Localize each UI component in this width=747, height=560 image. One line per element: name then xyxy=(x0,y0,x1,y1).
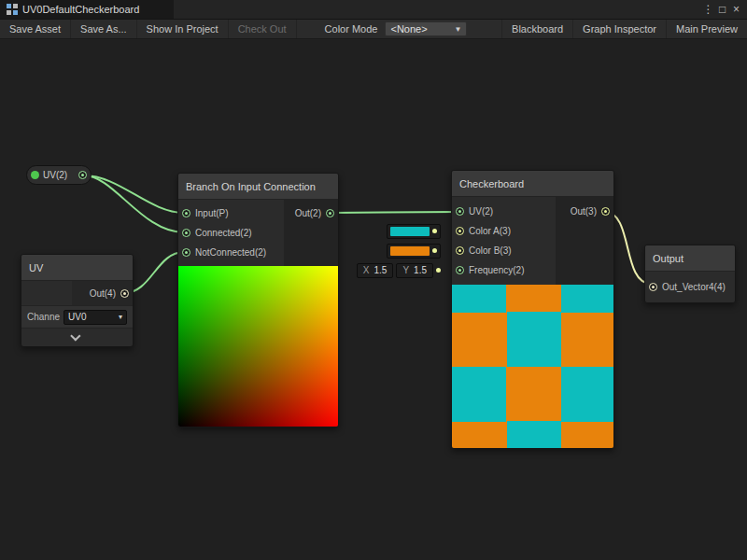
uv-input-port[interactable] xyxy=(456,207,464,216)
out-vector4-port[interactable] xyxy=(649,283,657,291)
input-p-label: Input(P) xyxy=(195,208,229,218)
tab-title: UV0DefaultCheckerboard xyxy=(22,4,139,15)
color-a-label: Color A(3) xyxy=(469,226,511,236)
notconnected-label: NotConnected(2) xyxy=(195,247,266,258)
show-in-project-button[interactable]: Show In Project xyxy=(137,20,229,38)
node-uv[interactable]: UV Out(4) Channe UV0 ▾ xyxy=(21,254,134,347)
node-output[interactable]: Output Out_Vector4(4) xyxy=(644,245,736,303)
node-checkerboard[interactable]: Checkerboard UV(2) Color A(3) xyxy=(451,170,614,449)
notconnected-port[interactable] xyxy=(182,248,190,257)
port-row-connected[interactable]: Connected(2) xyxy=(178,223,284,243)
uv-property-token[interactable]: UV(2) xyxy=(26,165,92,185)
x-axis-label: X xyxy=(363,265,370,275)
out4-port[interactable] xyxy=(120,289,129,298)
checkerboard-preview xyxy=(452,285,613,448)
color-a-swatch[interactable] xyxy=(390,227,430,236)
document-tab[interactable]: UV0DefaultCheckerboard xyxy=(0,0,174,19)
connected-label: Connected(2) xyxy=(195,228,252,238)
checkerboard-input-column: UV(2) Color A(3) xyxy=(452,197,556,285)
collapse-preview-button[interactable] xyxy=(21,328,133,346)
checkerboard-output-column: Out(3) xyxy=(556,197,613,285)
y-axis-value: 1.5 xyxy=(414,265,427,275)
chevron-down-icon: ▾ xyxy=(119,313,122,321)
node-branch-on-input-connection[interactable]: Branch On Input Connection Input(P) Conn… xyxy=(177,173,339,427)
port-row-notconnected[interactable]: NotConnected(2) xyxy=(178,243,284,262)
main-preview-button[interactable]: Main Preview xyxy=(666,20,747,38)
color-b-swatch[interactable] xyxy=(390,246,430,256)
node-title[interactable]: UV xyxy=(21,255,133,281)
channel-dropdown[interactable]: UV0 ▾ xyxy=(63,310,127,325)
port-row-input-p[interactable]: Input(P) xyxy=(178,203,284,223)
color-mode-dropdown[interactable]: <None> ▼ xyxy=(385,21,467,36)
chevron-down-icon: ▼ xyxy=(455,25,462,34)
chevron-down-icon xyxy=(70,330,80,341)
edge-branchout-to-checkerboard-uv[interactable] xyxy=(330,212,458,213)
toolbar: Save Asset Save As... Show In Project Ch… xyxy=(0,20,747,39)
connector-dot-icon xyxy=(436,268,441,273)
node-title[interactable]: Branch On Input Connection xyxy=(178,174,338,200)
color-mode-label: Color Mode xyxy=(297,23,386,35)
port-row-color-b[interactable]: Color B(3) xyxy=(452,241,556,260)
frequency-y-input[interactable]: Y 1.5 xyxy=(396,263,433,278)
save-asset-button[interactable]: Save Asset xyxy=(0,20,71,38)
connector-dot-icon xyxy=(432,229,437,233)
color-b-label: Color B(3) xyxy=(469,245,512,256)
port-row-out2[interactable]: Out(2) xyxy=(284,203,338,223)
color-a-field[interactable] xyxy=(387,224,441,239)
node-title[interactable]: Checkerboard xyxy=(452,171,613,197)
maximize-icon[interactable]: □ xyxy=(715,0,729,19)
port-row-frequency[interactable]: X 1.5 Y 1.5 Frequency(2) xyxy=(452,260,556,280)
uv-token-label: UV(2) xyxy=(43,170,75,180)
output-input-column: Out_Vector4(4) xyxy=(645,272,735,302)
input-p-port[interactable] xyxy=(182,209,190,217)
window-controls: ⋮ □ × xyxy=(701,0,747,19)
edge-uvtoken-to-connected[interactable] xyxy=(84,175,184,232)
connected-port[interactable] xyxy=(182,229,190,237)
save-as-button[interactable]: Save As... xyxy=(71,20,137,38)
titlebar: UV0DefaultCheckerboard ⋮ □ × xyxy=(0,0,747,20)
node-title[interactable]: Output xyxy=(645,245,735,272)
graph-inspector-button[interactable]: Graph Inspector xyxy=(572,20,666,38)
port-row-out4[interactable]: Out(4) xyxy=(21,281,133,305)
frequency-port[interactable] xyxy=(456,266,464,274)
port-row-color-a[interactable]: Color A(3) xyxy=(452,221,556,241)
out4-label: Out(4) xyxy=(90,288,116,299)
x-axis-value: 1.5 xyxy=(374,265,388,275)
out3-port[interactable] xyxy=(601,207,610,216)
port-row-out3[interactable]: Out(3) xyxy=(556,202,613,221)
toolbar-right-group: Blackboard Graph Inspector Main Preview xyxy=(501,20,747,38)
uv-token-output-port[interactable] xyxy=(78,171,87,179)
connector-dot-icon xyxy=(432,248,437,253)
kebab-menu-icon[interactable]: ⋮ xyxy=(701,0,715,19)
uv-gradient-preview xyxy=(178,266,338,427)
frequency-label: Frequency(2) xyxy=(469,265,524,275)
branch-output-column: Out(2) xyxy=(284,200,338,266)
frequency-x-input[interactable]: X 1.5 xyxy=(357,263,394,278)
check-out-button: Check Out xyxy=(229,20,297,38)
checkerboard-ports: UV(2) Color A(3) xyxy=(452,197,613,285)
branch-ports: Input(P) Connected(2) NotConnected(2) Ou… xyxy=(178,200,338,266)
uv-input-label: UV(2) xyxy=(469,206,493,217)
out3-label: Out(3) xyxy=(571,206,597,217)
y-axis-label: Y xyxy=(402,265,409,275)
close-icon[interactable]: × xyxy=(729,0,743,19)
channel-label: Channe xyxy=(27,312,60,322)
out2-port[interactable] xyxy=(326,209,334,217)
graph-canvas[interactable]: UV(2) Branch On Input Connection Input(P… xyxy=(0,40,747,560)
branch-input-column: Input(P) Connected(2) NotConnected(2) xyxy=(178,200,284,266)
blackboard-button[interactable]: Blackboard xyxy=(501,20,572,38)
uv-channel-row: Channe UV0 ▾ xyxy=(21,305,133,328)
frequency-field: X 1.5 Y 1.5 xyxy=(357,263,441,278)
out2-label: Out(2) xyxy=(295,208,321,218)
port-row-out-vector4[interactable]: Out_Vector4(4) xyxy=(645,277,735,297)
property-dot-icon xyxy=(31,171,39,179)
color-mode-value: <None> xyxy=(390,23,427,35)
color-b-field[interactable] xyxy=(387,244,441,259)
color-a-port[interactable] xyxy=(456,227,464,235)
shader-graph-icon xyxy=(7,4,18,15)
port-row-uv[interactable]: UV(2) xyxy=(452,202,556,221)
out-vector4-label: Out_Vector4(4) xyxy=(662,282,726,292)
channel-value: UV0 xyxy=(68,312,86,322)
color-b-port[interactable] xyxy=(456,246,464,255)
